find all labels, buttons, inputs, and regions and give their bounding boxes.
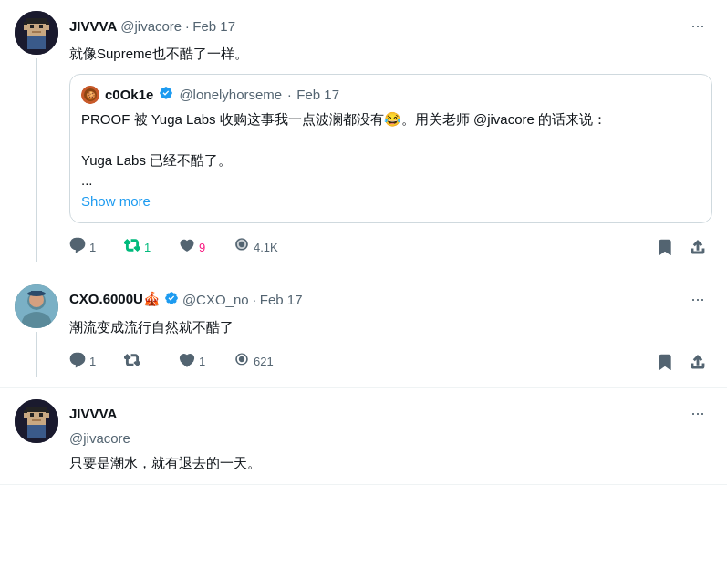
like-icon	[179, 237, 195, 257]
svg-text:🍪: 🍪	[86, 90, 97, 101]
retweet-icon	[124, 352, 140, 372]
svg-rect-25	[26, 407, 47, 412]
action-right-group	[650, 347, 712, 377]
tweet-date: Feb 17	[192, 18, 235, 34]
reply-icon	[69, 237, 86, 257]
tweet-text: 潮流变成流行自然就不酷了	[69, 317, 712, 338]
avatar-image	[15, 399, 58, 443]
views-icon	[234, 352, 250, 372]
svg-rect-9	[24, 25, 27, 30]
avatar-image	[15, 11, 58, 55]
author-handle: @CXO_no	[182, 292, 249, 307]
tweet-actions: 1 1 621	[69, 347, 712, 377]
svg-rect-29	[24, 413, 27, 418]
tweet-date: Feb 17	[260, 292, 303, 307]
svg-rect-19	[31, 291, 42, 295]
author-name: JIVVVA	[69, 406, 117, 421]
retweet-button[interactable]	[124, 348, 179, 376]
quote-author-name: c0Ok1e	[105, 87, 153, 102]
retweet-button[interactable]: 1	[124, 233, 179, 261]
quote-date: Feb 17	[296, 87, 339, 102]
tweet-actions: 1 1 9 4.1K	[69, 232, 712, 262]
views-count: 621	[254, 355, 274, 368]
thread-line	[36, 332, 37, 377]
reply-button[interactable]: 1	[69, 233, 124, 261]
svg-rect-22	[30, 413, 34, 417]
views-button[interactable]: 4.1K	[234, 233, 288, 261]
share-button[interactable]	[683, 347, 712, 377]
reply-count: 1	[89, 241, 96, 254]
quote-text: PROOF 被 Yuga Labs 收购这事我一点波澜都没有😂。用关老师 @ji…	[81, 109, 701, 212]
retweet-icon	[124, 237, 140, 257]
author-info: CXO.6000U🎪 @CXO_no · Feb 17	[69, 291, 303, 308]
tweet-content: CXO.6000U🎪 @CXO_no · Feb 17 ··· 潮流变成流行自然…	[69, 284, 712, 377]
author-name: CXO.6000U🎪	[69, 291, 161, 307]
svg-rect-2	[30, 25, 34, 28]
like-count: 9	[199, 241, 205, 254]
views-icon	[234, 237, 250, 257]
tweet-1: JIVVVA @jivacore · Feb 17 ··· 就像Supreme也…	[0, 0, 727, 273]
tweet-content: JIVVVA @jivacore · Feb 17 ··· 就像Supreme也…	[69, 11, 712, 262]
bookmark-button[interactable]	[650, 232, 680, 262]
svg-rect-30	[46, 413, 49, 418]
svg-rect-8	[27, 36, 46, 49]
svg-rect-10	[46, 25, 49, 30]
author-name: JIVVVA	[69, 18, 117, 34]
svg-rect-3	[39, 25, 43, 28]
quote-tweet[interactable]: 🍪 c0Ok1e @lonelyhorseme · Feb 17 PROOF 被…	[69, 74, 712, 224]
tweet-content: JIVVVA ··· @jivacore 只要是潮水，就有退去的一天。	[69, 399, 712, 474]
reply-icon	[69, 352, 86, 372]
svg-rect-5	[26, 18, 47, 24]
like-count: 1	[199, 355, 205, 368]
svg-rect-28	[27, 425, 46, 438]
tweet-2: CXO.6000U🎪 @CXO_no · Feb 17 ··· 潮流变成流行自然…	[0, 273, 727, 388]
quote-avatar: 🍪	[81, 86, 99, 104]
reply-count: 1	[89, 355, 96, 368]
svg-rect-4	[32, 31, 41, 33]
bookmark-button[interactable]	[650, 347, 680, 377]
retweet-count: 1	[144, 241, 151, 254]
action-right-group	[650, 232, 712, 262]
svg-rect-24	[32, 419, 41, 421]
verified-badge	[159, 86, 173, 103]
tweet-text: 就像Supreme也不酷了一样。	[69, 44, 712, 65]
avatar[interactable]	[15, 11, 58, 55]
tweet-text: 只要是潮水，就有退去的一天。	[69, 453, 712, 474]
more-options-button[interactable]: ···	[683, 11, 712, 40]
like-button[interactable]: 1	[179, 348, 234, 376]
author-info: JIVVVA	[69, 406, 117, 421]
views-button[interactable]: 621	[234, 348, 288, 376]
author-handle-sub: @jivacore	[69, 430, 712, 446]
views-count: 4.1K	[254, 241, 278, 254]
verified-badge	[164, 291, 179, 308]
show-more-link[interactable]: Show more	[81, 193, 151, 209]
author-info: JIVVVA @jivacore · Feb 17	[69, 18, 235, 34]
share-button[interactable]	[683, 232, 712, 262]
more-options-button[interactable]: ···	[683, 399, 712, 428]
svg-rect-23	[39, 413, 43, 417]
like-icon	[179, 352, 195, 372]
more-options-button[interactable]: ···	[683, 284, 712, 314]
like-button[interactable]: 9	[179, 233, 234, 261]
tweet-3: JIVVVA ··· @jivacore 只要是潮水，就有退去的一天。	[0, 388, 727, 486]
quote-header: 🍪 c0Ok1e @lonelyhorseme · Feb 17	[81, 86, 701, 104]
avatar[interactable]	[15, 399, 58, 443]
thread-line	[36, 58, 37, 262]
avatar[interactable]	[15, 284, 58, 328]
author-handle: @jivacore	[120, 18, 182, 34]
reply-button[interactable]: 1	[69, 348, 124, 376]
quote-handle: @lonelyhorseme	[179, 87, 282, 102]
